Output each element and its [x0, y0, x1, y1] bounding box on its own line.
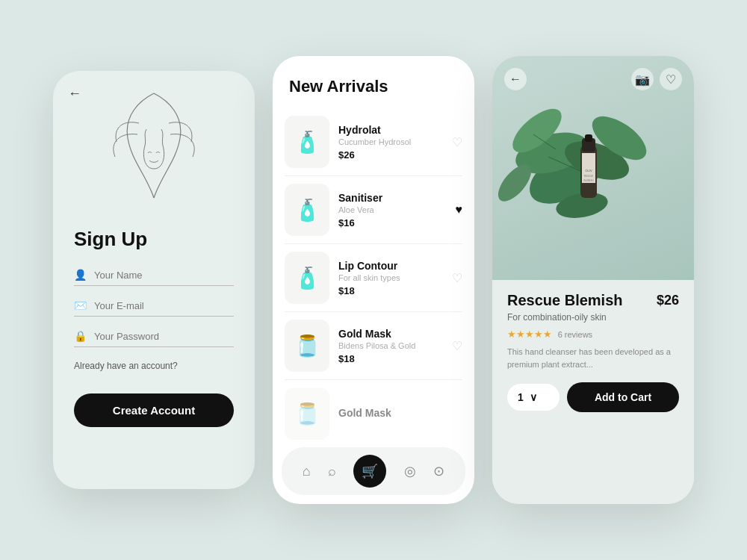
product-sub: Bidens Pilosa & Gold: [338, 341, 443, 350]
product-price: $26: [338, 149, 443, 161]
detail-price: $26: [657, 293, 679, 308]
heart-icon[interactable]: ♡: [452, 339, 462, 353]
product-price: $18: [338, 353, 443, 364]
product-info: Gold Mask: [338, 407, 462, 420]
password-input-group: 🔒: [74, 330, 234, 347]
signup-screen: ← Sign Up 👤: [53, 71, 255, 489]
email-icon: ✉️: [74, 299, 87, 311]
product-item[interactable]: 🧴 Hydrolat Cucumber Hydrosol $26 ♡: [285, 108, 462, 176]
detail-screen: ← 📷 ♡: [492, 56, 694, 504]
stars-rating: ★★★★★ 6 reviews: [507, 329, 679, 340]
create-account-button[interactable]: Create Account: [74, 393, 234, 427]
product-item[interactable]: 🫙 Gold Mask: [285, 380, 462, 441]
product-name: Sanitiser: [338, 192, 447, 204]
camera-icon[interactable]: 📷: [631, 68, 654, 90]
product-price: $16: [338, 217, 447, 228]
signup-content: Sign Up 👤 ✉️ 🔒 Already have an account? …: [53, 220, 255, 489]
svg-rect-11: [585, 134, 592, 142]
detail-subtitle: For combination-oily skin: [507, 312, 679, 323]
home-nav-icon[interactable]: ⌂: [303, 464, 311, 479]
product-list: 🧴 Hydrolat Cucumber Hydrosol $26 ♡ 🧴 San…: [273, 108, 474, 441]
add-to-cart-button[interactable]: Add to Cart: [567, 382, 679, 412]
product-info: Sanitiser Aloe Vera $16: [338, 192, 447, 228]
detail-content: Rescue Blemish $26 For combination-oily …: [492, 280, 694, 504]
user-icon: 👤: [74, 269, 87, 281]
detail-name-row: Rescue Blemish $26: [507, 292, 679, 309]
detail-hero: ← 📷 ♡: [492, 56, 694, 280]
email-input-group: ✉️: [74, 299, 234, 317]
detail-header-right: 📷 ♡: [631, 68, 682, 90]
illustration-svg: [79, 78, 229, 213]
product-price: $18: [338, 285, 443, 296]
detail-description: This hand cleanser has been developed as…: [507, 346, 679, 370]
product-item[interactable]: 🧴 Sanitiser Aloe Vera $16 ♥: [285, 176, 462, 244]
svg-rect-12: [582, 153, 595, 183]
user-nav-icon[interactable]: ⊙: [433, 463, 444, 479]
bottom-nav: ⌂ ⌕ 🛒 ◎ ⊙: [282, 447, 465, 495]
name-input[interactable]: [94, 270, 234, 281]
product-thumb: 🫙: [285, 388, 329, 440]
lock-icon: 🔒: [74, 330, 87, 342]
name-input-group: 👤: [74, 269, 234, 286]
heart-icon[interactable]: ♡: [452, 135, 462, 149]
password-input[interactable]: [94, 331, 234, 342]
svg-text:BLEMISH: BLEMISH: [583, 179, 593, 182]
reviews-count: 6 reviews: [558, 330, 592, 339]
detail-header-icons: ← 📷 ♡: [504, 68, 682, 90]
globe-nav-icon[interactable]: ◎: [404, 463, 416, 479]
heart-icon-filled[interactable]: ♥: [456, 203, 463, 217]
detail-heart-icon[interactable]: ♡: [660, 68, 682, 90]
arrivals-header: New Arrivals: [273, 56, 474, 108]
product-name: Gold Mask: [338, 328, 443, 340]
product-sub: Aloe Vera: [338, 205, 447, 214]
chevron-down-icon: ∨: [530, 391, 537, 403]
arrivals-title: New Arrivals: [289, 77, 458, 96]
svg-text:RESCUE: RESCUE: [584, 175, 594, 178]
product-info: Hydrolat Cucumber Hydrosol $26: [338, 124, 443, 161]
product-info: Lip Contour For all skin types $18: [338, 260, 443, 296]
product-thumb: 🧴: [285, 184, 329, 236]
product-sub: For all skin types: [338, 273, 443, 282]
search-nav-icon[interactable]: ⌕: [328, 464, 336, 479]
product-item[interactable]: 🫙 Gold Mask Bidens Pilosa & Gold $18 ♡: [285, 312, 462, 380]
product-item[interactable]: 🧴 Lip Contour For all skin types $18 ♡: [285, 244, 462, 312]
signup-illustration: ←: [53, 71, 255, 220]
product-thumb: 🧴: [285, 252, 329, 304]
quantity-selector[interactable]: 1 ∨: [507, 384, 560, 411]
signup-title: Sign Up: [74, 228, 234, 251]
svg-text:OLIV: OLIV: [585, 169, 592, 172]
heart-icon[interactable]: ♡: [452, 271, 462, 285]
product-sub: Cucumber Hydrosol: [338, 137, 443, 146]
qty-value: 1: [518, 391, 524, 403]
arrivals-screen: New Arrivals 🧴 Hydrolat Cucumber Hydroso…: [273, 56, 474, 504]
email-input[interactable]: [94, 300, 234, 311]
detail-actions: 1 ∨ Add to Cart: [507, 382, 679, 412]
detail-product-name: Rescue Blemish: [507, 292, 623, 309]
product-info: Gold Mask Bidens Pilosa & Gold $18: [338, 328, 443, 364]
product-thumb: 🫙: [285, 320, 329, 372]
already-text: Already have an account?: [74, 361, 234, 371]
detail-back-button[interactable]: ←: [504, 68, 527, 90]
product-name: Hydrolat: [338, 124, 443, 136]
product-name: Gold Mask: [338, 407, 462, 419]
product-thumb: 🧴: [285, 116, 329, 168]
product-name: Lip Contour: [338, 260, 443, 272]
screens-container: ← Sign Up 👤: [0, 41, 747, 519]
cart-nav-icon[interactable]: 🛒: [353, 455, 386, 488]
